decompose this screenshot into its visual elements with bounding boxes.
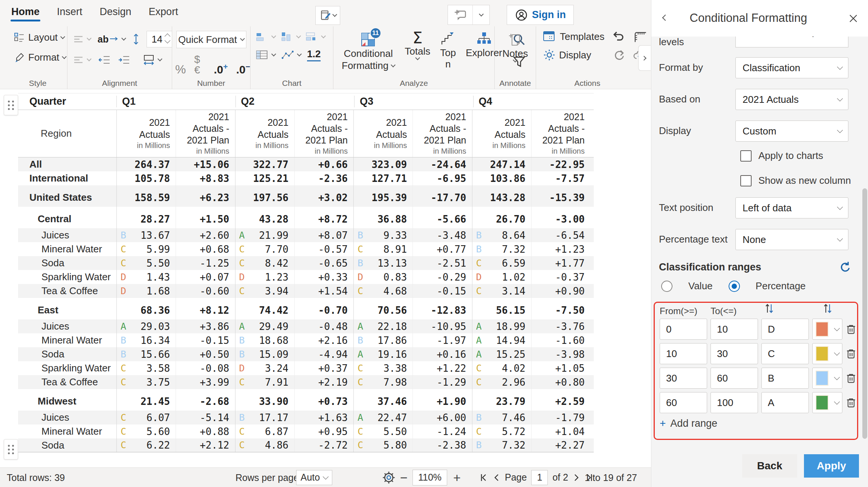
rows-per-page-select[interactable]: Auto (296, 470, 332, 485)
increase-decimal-button[interactable]: .0+ (214, 63, 228, 75)
quarter-header-q4[interactable]: Q4 (473, 96, 593, 107)
range-grade-input[interactable] (761, 392, 809, 413)
edit-sheet-button[interactable] (315, 6, 340, 25)
range-color-dropdown[interactable] (812, 343, 842, 364)
zoom-out-button[interactable]: − (400, 470, 408, 485)
chart-type-1-button[interactable] (256, 32, 275, 42)
table-row[interactable]: Central28.27+1.5043.28+8.7236.88-5.6626.… (18, 207, 594, 228)
based-on-dropdown[interactable]: 2021 Actuals (735, 89, 848, 110)
range-to-input[interactable] (711, 319, 758, 340)
table-style-button[interactable] (256, 50, 275, 60)
format-button[interactable]: Format (14, 52, 67, 63)
sort-color-button[interactable] (823, 303, 833, 316)
table-row[interactable]: Sparkling WaterC3.58-0.08D3.24+0.37C3.38… (18, 361, 594, 375)
ruler-button[interactable] (633, 30, 648, 43)
percentage-text-dropdown[interactable]: None (735, 229, 848, 250)
range-from-input[interactable] (660, 319, 707, 340)
table-row[interactable]: Tea & CoffeeC3.75+3.99C7.91+2.19C7.98-1.… (18, 375, 594, 389)
vertical-align-button[interactable] (73, 35, 91, 44)
zoom-level-box[interactable] (413, 470, 447, 485)
levels-dropdown[interactable]: Values only (735, 37, 848, 47)
first-page-button[interactable] (479, 473, 488, 482)
percentage-radio[interactable] (729, 281, 740, 292)
apply-button[interactable]: Apply (804, 454, 859, 478)
range-color-dropdown[interactable] (812, 392, 842, 413)
templates-button[interactable]: Templates (543, 31, 605, 43)
display-dropdown[interactable]: Custom (735, 121, 848, 142)
delete-range-button[interactable] (844, 371, 858, 385)
measure-header[interactable]: 2021 Actualsin Millions (235, 110, 295, 157)
panel-scrollbar[interactable] (862, 188, 867, 439)
table-row[interactable]: JuicesC6.07-5.14B17.17+1.63A22.47+6.00B7… (18, 411, 594, 424)
measure-header[interactable]: 2021 Actuals -2021 Planin Millions (413, 110, 472, 157)
layout-button[interactable]: Layout (14, 32, 67, 43)
decrease-indent-button[interactable] (98, 55, 110, 65)
table-row[interactable]: International105.78+8.83125.21-2.36127.7… (18, 171, 594, 185)
panel-close-button[interactable] (847, 12, 860, 25)
table-drag-handle-bottom[interactable] (4, 439, 18, 460)
panel-expand-button[interactable] (638, 45, 651, 71)
table-drag-handle-top[interactable] (4, 95, 18, 115)
chart-type-2-button[interactable] (281, 32, 300, 42)
column-width-button[interactable] (143, 54, 162, 66)
comment-dropdown[interactable] (473, 5, 489, 24)
quarter-header-q3[interactable]: Q3 (354, 96, 474, 107)
measure-header[interactable]: 2021 Actuals -2021 Planin Millions (176, 110, 235, 157)
reset-ranges-button[interactable] (838, 260, 853, 275)
table-row[interactable]: JuicesB13.67+2.60A21.99+8.07B9.33-3.48B8… (18, 228, 594, 242)
conditional-formatting-button[interactable]: 11 Conditional Formatting (342, 31, 395, 72)
font-size-spinner[interactable] (165, 36, 170, 43)
zoom-in-button[interactable]: + (453, 470, 461, 485)
zoom-level-input[interactable] (415, 472, 445, 483)
range-to-input[interactable] (711, 392, 758, 413)
quick-format-button[interactable]: Quick Format (176, 31, 246, 48)
tab-export[interactable]: Export (149, 6, 178, 21)
chart-type-3-button[interactable] (306, 32, 325, 42)
redo-button[interactable] (611, 49, 626, 61)
text-position-dropdown[interactable]: Left of data (735, 197, 848, 218)
range-grade-input[interactable] (761, 343, 809, 364)
table-row[interactable]: All264.37+15.06322.77+0.66323.09-24.6424… (18, 157, 594, 171)
quarter-header-q1[interactable]: Q1 (116, 96, 236, 107)
row-height-button[interactable] (132, 33, 140, 45)
range-from-input[interactable] (660, 368, 707, 389)
table-row[interactable]: Mineral WaterC5.60+0.88C6.87+0.95C5.50-1… (18, 424, 594, 438)
show-as-new-column-checkbox[interactable] (740, 175, 752, 186)
range-to-input[interactable] (711, 343, 758, 364)
corner-header[interactable]: Quarter (18, 96, 117, 107)
table-row[interactable]: Mineral WaterB16.34-0.15B18.68+2.16B17.8… (18, 333, 594, 347)
notes-button[interactable]: Notes (495, 29, 536, 62)
measure-header[interactable]: 2021 Actuals -2021 Planin Millions (294, 110, 354, 157)
table-row[interactable]: Tea & CoffeeD1.68-0.60C3.94+1.54C4.68-0.… (18, 284, 594, 298)
decrease-decimal-button[interactable]: .0− (236, 63, 250, 75)
percent-format-button[interactable]: % (175, 63, 186, 75)
increase-indent-button[interactable] (118, 55, 130, 65)
range-color-dropdown[interactable] (812, 319, 842, 340)
delete-range-button[interactable] (844, 347, 858, 360)
font-size-control[interactable]: 14 (147, 31, 172, 47)
top-n-button[interactable]: Top n (440, 31, 456, 70)
totals-button[interactable]: Σ Totals (405, 31, 430, 60)
table-row[interactable]: Mineral WaterC5.99+0.68C7.70-0.57C8.91+0… (18, 242, 594, 256)
sign-in-button[interactable]: Sign in (507, 5, 574, 25)
table-row[interactable]: SodaC5.50-1.25C8.42-0.65B13.13-2.51C6.59… (18, 256, 594, 270)
table-row[interactable]: SodaC6.22+2.12C4.86-2.72C5.80-2.38B7.32+… (18, 438, 594, 452)
measure-header[interactable]: 2021 Actualsin Millions (472, 110, 532, 157)
line-chart-button[interactable] (281, 50, 301, 60)
display-button[interactable]: Display (543, 49, 605, 61)
value-radio[interactable] (661, 281, 672, 292)
table-row[interactable]: Sparkling WaterD1.43+0.07D1.23+0.33D0.83… (18, 270, 594, 284)
text-wrap-button[interactable]: ab (98, 34, 125, 45)
table-row[interactable]: JuicesA29.03+3.86A29.49-0.48A22.18-10.95… (18, 319, 594, 333)
range-to-input[interactable] (711, 368, 758, 389)
table-settings-button[interactable] (382, 471, 396, 484)
delete-range-button[interactable] (844, 396, 858, 409)
format-by-dropdown[interactable]: Classification (735, 57, 848, 78)
pivot-table[interactable]: QuarterQ1Q2Q3Q4Region2021 Actualsin Mill… (18, 93, 594, 452)
back-button[interactable]: Back (742, 454, 797, 478)
add-range-button[interactable]: + Add range (660, 417, 717, 429)
range-grade-input[interactable] (761, 368, 809, 389)
table-row[interactable]: SodaB15.66+0.50B15.09-4.94A19.16+0.16A15… (18, 347, 594, 361)
tab-design[interactable]: Design (100, 6, 131, 21)
currency-format-button[interactable]: $€ (194, 54, 205, 75)
